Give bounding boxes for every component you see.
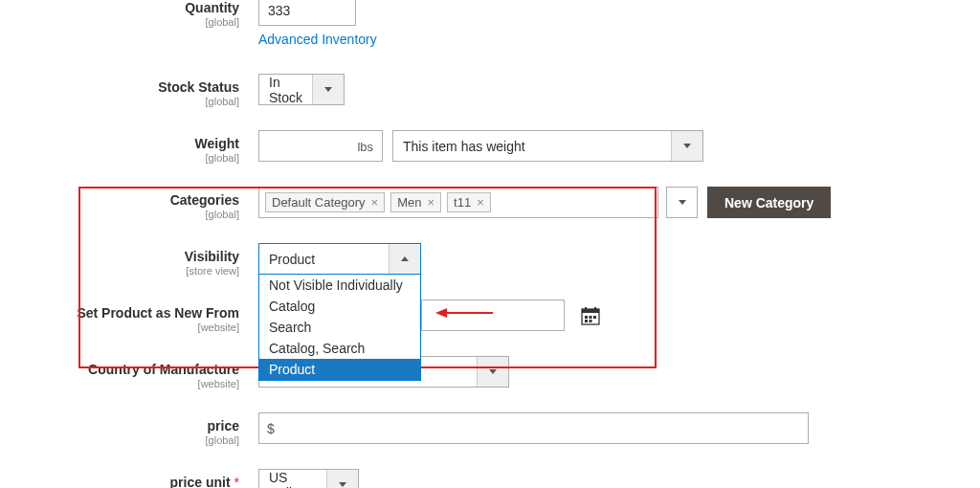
visibility-select[interactable]: Product <box>258 243 421 275</box>
svg-rect-6 <box>593 316 596 319</box>
categories-toggle[interactable] <box>666 187 698 218</box>
new-category-button[interactable]: New Category <box>707 187 831 218</box>
price-unit-select[interactable]: US Dollar <box>258 469 359 488</box>
visibility-option[interactable]: Not Visible Individually <box>259 275 420 296</box>
svg-rect-3 <box>594 307 596 311</box>
stock-label: Stock Status <box>158 79 239 95</box>
category-chip: Default Category× <box>265 192 385 212</box>
quantity-label: Quantity <box>185 0 239 15</box>
country-toggle[interactable] <box>477 357 508 387</box>
visibility-option[interactable]: Catalog, Search <box>259 338 420 359</box>
calendar-button[interactable] <box>574 299 606 331</box>
weight-option-toggle[interactable] <box>671 131 702 161</box>
svg-rect-8 <box>589 320 591 322</box>
chevron-down-icon <box>339 482 346 487</box>
price-unit-toggle[interactable] <box>326 470 358 488</box>
newfrom-date-input[interactable] <box>421 299 565 331</box>
chip-remove-icon[interactable]: × <box>371 195 379 210</box>
calendar-icon <box>580 306 601 325</box>
weight-input[interactable] <box>258 130 383 162</box>
chevron-down-icon <box>489 369 497 374</box>
stock-status-select[interactable]: In Stock <box>258 74 345 105</box>
category-chip: Men× <box>390 192 441 212</box>
chevron-down-icon <box>324 87 332 92</box>
categories-scope: [global] <box>0 209 239 220</box>
svg-rect-5 <box>589 316 591 319</box>
visibility-option[interactable]: Catalog <box>259 296 420 317</box>
weight-scope: [global] <box>0 152 239 164</box>
visibility-toggle[interactable] <box>389 244 420 274</box>
stock-status-value: In Stock <box>259 75 312 104</box>
stock-scope: [global] <box>0 96 239 107</box>
chip-remove-icon[interactable]: × <box>427 195 434 210</box>
visibility-scope: [store view] <box>0 265 239 277</box>
weight-option-select[interactable]: This item has weight <box>392 130 703 162</box>
price-currency: $ <box>267 421 275 436</box>
svg-rect-2 <box>585 307 587 311</box>
chip-remove-icon[interactable]: × <box>477 195 484 210</box>
category-chip: t11× <box>447 192 491 212</box>
svg-rect-1 <box>582 309 599 313</box>
quantity-input[interactable] <box>258 0 356 26</box>
weight-option-value: This item has weight <box>393 131 671 161</box>
chevron-down-icon <box>679 200 686 205</box>
chevron-down-icon <box>683 144 691 148</box>
price-label: price <box>208 418 239 433</box>
visibility-value: Product <box>259 244 389 274</box>
country-label: Country of Manufacture <box>88 362 239 377</box>
price-unit-label: price unit <box>170 475 239 488</box>
price-unit-value: US Dollar <box>259 470 326 488</box>
stock-status-toggle[interactable] <box>312 75 344 104</box>
price-scope: [global] <box>0 434 239 446</box>
country-scope: [website] <box>0 378 239 389</box>
price-input[interactable]: $ <box>258 412 809 444</box>
svg-rect-4 <box>585 316 588 319</box>
categories-label: Categories <box>170 192 239 208</box>
svg-rect-7 <box>585 320 588 322</box>
newfrom-label: Set Product as New From <box>77 305 239 321</box>
weight-label: Weight <box>195 136 239 151</box>
newfrom-scope: [website] <box>0 322 239 333</box>
visibility-option-selected[interactable]: Product <box>259 359 420 380</box>
quantity-scope: [global] <box>0 16 239 28</box>
visibility-dropdown: Not Visible Individually Catalog Search … <box>258 275 421 381</box>
visibility-option[interactable]: Search <box>259 317 420 338</box>
chevron-up-icon <box>401 256 409 261</box>
visibility-label: Visibility <box>185 249 239 264</box>
categories-multiselect[interactable]: Default Category× Men× t11× <box>258 187 658 218</box>
advanced-inventory-link[interactable]: Advanced Inventory <box>258 32 377 47</box>
